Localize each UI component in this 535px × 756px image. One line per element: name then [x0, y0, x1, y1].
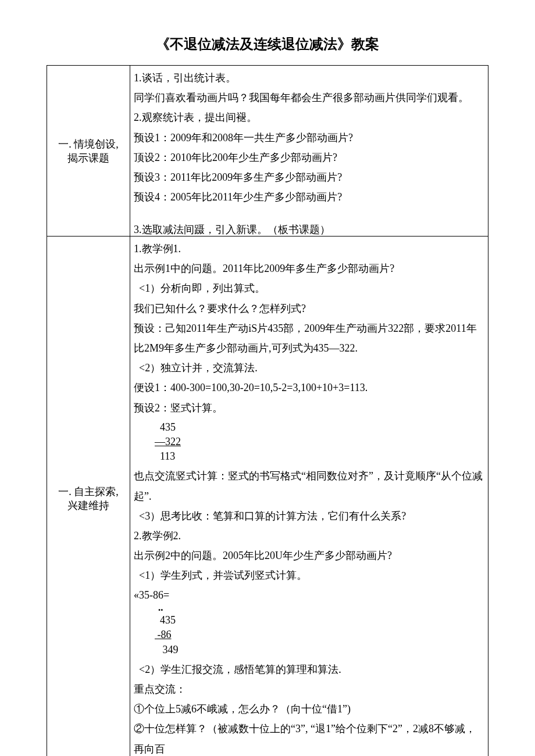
- section-1-content: 1.谈话，引出统计表。 同学们喜欢看动画片吗？我国每年都会生产很多部动画片供同学…: [130, 66, 488, 237]
- s1-line: 同学们喜欢看动画片吗？我国每年都会生产很多部动画片供同学们观看。: [134, 88, 484, 108]
- s1-line-cut: 3.选取减法间蹑，引入新课。（板书课题）: [134, 220, 484, 237]
- calc2-mid: -86: [155, 628, 484, 642]
- s2-line: <2）学生汇报交流，感悟笔算的算理和算法.: [134, 660, 484, 679]
- s2-line: «35-86=: [134, 585, 484, 605]
- section-2-label-line1: 一. 自主探索,: [51, 485, 126, 499]
- s2-line: 也点交流竖式计算：竖式的书写格式“相同数位对齐”，及计竟顺序“从个位减起”.: [134, 466, 484, 506]
- calc2-top: 435: [155, 613, 484, 628]
- s1-line: 预设4：2005年比2011年少生产多少部动画片?: [134, 187, 484, 207]
- page-title: 《不退位减法及连续退位减法》教案: [47, 35, 488, 53]
- s2-line: 便设1：400-300=100,30-20=10,5-2=3,100+10+3=…: [134, 378, 484, 397]
- calc1-mid: —322: [155, 435, 484, 449]
- s1-line: 预设1：2009年和2008年一共生产多少部动画片?: [134, 128, 484, 148]
- s2-line: 预设2：竖式计算。: [134, 398, 484, 418]
- s2-line: 1.教学例1.: [134, 239, 484, 259]
- s2-line: <3）思考比收：笔算和口算的计算方法，它们有什么关系?: [134, 506, 484, 526]
- s1-line: 预设3：2011年比2009年多生产多少部动画片?: [134, 167, 484, 187]
- s2-line: 2.教学例2.: [134, 526, 484, 546]
- section-2-label-line2: 兴建维持: [51, 499, 126, 513]
- section-1-label-line2: 揭示课题: [51, 151, 126, 165]
- lesson-table: 一. 情境创设, 揭示课题 1.谈话，引出统计表。 同学们喜欢看动画片吗？我国每…: [47, 65, 488, 756]
- vertical-calc-1: 435 —322 113: [155, 420, 484, 464]
- s2-line: ①个位上5减6不峨减，怎么办？（向十位“借1”): [134, 699, 484, 719]
- calc1-top: 435: [155, 420, 484, 435]
- s2-line: <1）分析向即，列出算式。: [134, 278, 484, 298]
- calc1-res: 113: [155, 449, 484, 464]
- s2-line: <2）独立计并，交流算法.: [134, 358, 484, 378]
- section-2-label: 一. 自主探索, 兴建维持: [47, 237, 130, 756]
- section-1-label: 一. 情境创设, 揭示课题: [47, 66, 130, 237]
- s2-line: 预设：己知2011年生产动iS片435部，2009年生产动画片322部，要求20…: [134, 318, 484, 358]
- calc2-res: 349: [155, 643, 484, 657]
- section-1-label-line1: 一. 情境创设,: [51, 137, 126, 151]
- s2-line: 我们已知什么？要求什么？怎样列式?: [134, 299, 484, 318]
- calc2-dots: ••: [155, 608, 484, 614]
- vertical-calc-2: •• 435 -86 349: [155, 608, 484, 657]
- s2-line: 重点交流：: [134, 679, 484, 699]
- s1-line: 顶设2：2010年比200年少生产多少部动画片?: [134, 148, 484, 167]
- section-2-content: 1.教学例1. 出示例1中的问题。2011年比2009年多生产多少部动画片? <…: [130, 237, 488, 756]
- s1-line: 2.观察统计表，提出间褪。: [134, 108, 484, 127]
- s2-line: <1）学生列式，并尝试列竖式计算。: [134, 565, 484, 585]
- s1-line: 1.谈话，引出统计表。: [134, 68, 484, 88]
- s2-line: 出示例1中的问题。2011年比2009年多生产多少部动画片?: [134, 259, 484, 278]
- s2-line: 出示例2中的问题。2005年比20U年少生产多少部动画片?: [134, 546, 484, 565]
- s2-line: ②十位怎样算？（被减数十位上的“3”, “退1”给个位剩下“2”，2减8不够减，…: [134, 719, 484, 756]
